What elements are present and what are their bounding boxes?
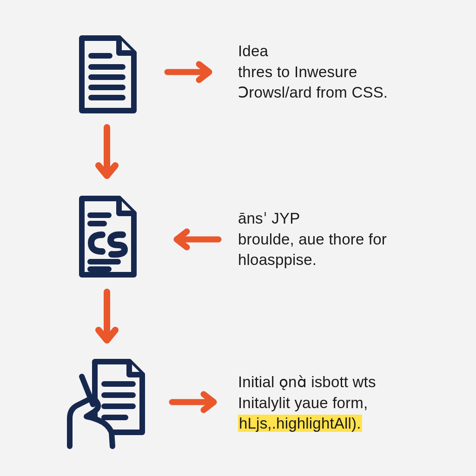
arrow-right-icon [167, 390, 223, 414]
step-2-line2: broulde, aue thore for [238, 229, 438, 250]
arrow-left-icon [167, 228, 223, 251]
step-1-line2: thres to Inwesure [238, 62, 438, 83]
arrow-down-icon [93, 124, 121, 184]
step-3-line3: hLjs,.highlightAll). [238, 413, 443, 434]
arrow-right-icon [163, 60, 218, 84]
step-2-line3: hloasppise. [238, 250, 438, 271]
step-1-text: Idea thres to Inwesure Ͻrowsl/ard from C… [238, 41, 438, 103]
hand-document-icon [60, 353, 153, 451]
step-1-line1: Idea [238, 41, 438, 62]
cs-file-icon [73, 193, 141, 280]
diagram-canvas: Idea thres to Inwesure Ͻrowsl/ard from C… [0, 0, 476, 476]
code-highlight: hLjs,.highlightAll). [238, 415, 362, 432]
step-3-line1: Initial ǫnɑ̀ isbott wts [238, 372, 443, 393]
step-1-line3: Ͻrowsl/ard from CSS. [238, 82, 438, 103]
step-3-line2: Initalylit yaue form, [238, 393, 443, 414]
arrow-down-icon [93, 288, 121, 349]
step-3-text: Initial ǫnɑ̀ isbott wts Initalylit yaue … [238, 372, 443, 434]
step-2-line1: ānsˈ JYP [238, 208, 438, 229]
step-2-text: ānsˈ JYP broulde, aue thore for hloasppi… [238, 208, 438, 271]
document-icon [73, 33, 141, 116]
